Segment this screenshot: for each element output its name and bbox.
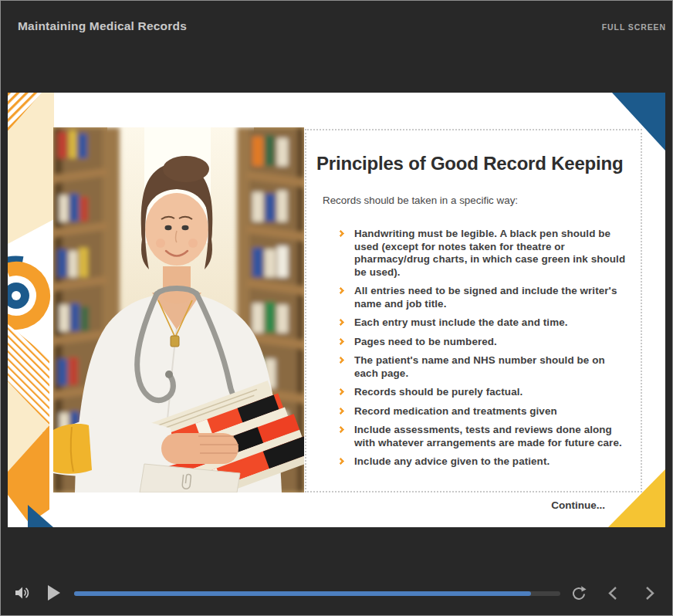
chevron-bullet-icon <box>337 337 345 345</box>
seekbar[interactable] <box>74 591 560 596</box>
chevron-bullet-icon <box>337 287 345 295</box>
slide-content-box: Principles of Good Record Keeping Record… <box>305 129 642 492</box>
chevron-right-icon <box>644 586 655 601</box>
decor-left-shapes <box>8 93 54 527</box>
slide-title: Principles of Good Record Keeping <box>316 152 630 175</box>
speaker-icon <box>14 584 31 601</box>
chevron-bullet-icon <box>337 230 345 238</box>
target-circle-logo <box>8 251 54 340</box>
fullscreen-button[interactable]: FULL SCREEN <box>602 22 666 32</box>
slide-canvas: Principles of Good Record Keeping Record… <box>8 93 665 527</box>
previous-slide-button[interactable] <box>607 586 618 601</box>
bullet-text: Handwriting must be legible. A black pen… <box>354 228 630 279</box>
play-button[interactable] <box>47 585 61 601</box>
bullet-text: Include any advice given to the patient. <box>354 455 550 469</box>
bullet-item: Include any advice given to the patient. <box>316 455 630 469</box>
bullet-item: Pages need to be numbered. <box>316 336 630 349</box>
slide-photo <box>53 127 304 492</box>
chevron-bullet-icon <box>337 357 345 364</box>
bullet-item: Handwriting must be legible. A black pen… <box>316 228 630 279</box>
bullet-item: Record medication and treatments given <box>316 405 630 418</box>
bullet-text: All entries need to be signed and includ… <box>354 285 630 310</box>
continue-button[interactable]: Continue... <box>551 499 605 511</box>
volume-button[interactable] <box>14 584 31 601</box>
replay-icon <box>571 585 587 601</box>
slide-subtitle: Records should be taken in a specific wa… <box>323 194 630 207</box>
play-icon <box>47 585 61 601</box>
seekbar-progress <box>74 591 531 596</box>
chevron-bullet-icon <box>337 388 345 396</box>
replay-button[interactable] <box>571 585 587 601</box>
chevron-bullet-icon <box>337 458 345 465</box>
bullet-text: Include assessments, tests and reviews d… <box>354 424 630 449</box>
chevron-bullet-icon <box>337 407 345 415</box>
chevron-bullet-icon <box>337 426 345 434</box>
bullet-item: The patient's name and NHS number should… <box>316 354 630 380</box>
bullet-text: Each entry must include the date and tim… <box>354 316 568 330</box>
bullet-item: Records should be purely factual. <box>316 386 630 399</box>
bullet-item: Include assessments, tests and reviews d… <box>316 424 630 449</box>
next-slide-button[interactable] <box>644 586 655 601</box>
bullet-item: All entries need to be signed and includ… <box>316 285 630 310</box>
course-player: Maintaining Medical Records FULL SCREEN <box>0 0 673 616</box>
bullet-list: Handwriting must be legible. A black pen… <box>316 228 630 469</box>
bullet-text: The patient's name and NHS number should… <box>354 354 630 380</box>
bullet-text: Pages need to be numbered. <box>354 336 497 349</box>
chevron-bullet-icon <box>337 319 345 327</box>
chevron-left-icon <box>607 586 618 601</box>
bullet-item: Each entry must include the date and tim… <box>316 316 630 330</box>
bullet-text: Records should be purely factual. <box>354 386 523 399</box>
course-title: Maintaining Medical Records <box>18 19 187 33</box>
bullet-text: Record medication and treatments given <box>354 405 557 418</box>
